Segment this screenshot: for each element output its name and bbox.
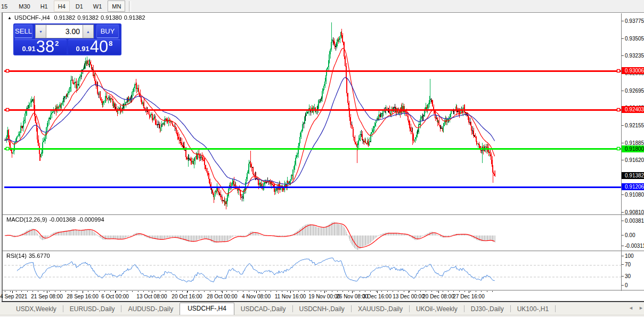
macd-name: MACD(12,26,9) xyxy=(6,216,47,223)
price-tick-label: 0.93505 xyxy=(622,36,644,42)
time-minor-tick xyxy=(337,291,338,292)
time-axis-label: 20 Dec 08:00 xyxy=(422,294,454,299)
chart-tab-usdchf-h4[interactable]: USDCHF-,H4 xyxy=(180,303,234,316)
time-axis-label: 6 Oct 00:00 xyxy=(101,294,129,299)
time-minor-tick xyxy=(265,291,266,292)
price-marker-0.92403: 0.92403 xyxy=(622,106,644,113)
buy-button[interactable]: BUY xyxy=(96,25,119,38)
time-minor-tick xyxy=(182,291,183,292)
time-major-tick xyxy=(377,291,378,293)
chart-tab-uk100-h1[interactable]: UK100-,H1 xyxy=(511,304,555,314)
ohlc-low: 0.91380 xyxy=(101,14,122,21)
time-minor-tick xyxy=(199,291,199,292)
time-axis-label: 28 Sep 16:00 xyxy=(67,294,99,299)
price-tick-label: 0.90810 xyxy=(622,209,644,216)
macd-axis-label: -0.003115 xyxy=(622,243,644,249)
timeframe-button-mn[interactable]: MN xyxy=(108,1,125,12)
ohlc-close: 0.91382 xyxy=(124,14,145,21)
tab-scroll-right-icon[interactable]: ► xyxy=(639,305,643,311)
time-minor-tick xyxy=(221,291,222,292)
time-minor-tick xyxy=(171,291,172,292)
time-minor-tick xyxy=(238,291,238,292)
pane-divider-macd[interactable] xyxy=(3,214,644,215)
buy-price-display[interactable]: 0.91408 xyxy=(68,39,120,54)
time-major-tick xyxy=(469,291,469,293)
time-minor-tick xyxy=(360,291,360,292)
time-minor-tick xyxy=(93,291,94,292)
time-major-tick xyxy=(409,291,409,293)
chart-tab-dj30-daily[interactable]: DJ30-,Daily xyxy=(464,304,510,314)
macd-axis-label: 0.003811 xyxy=(622,218,644,224)
time-axis-label: 13 Dec 00:00 xyxy=(393,294,425,299)
time-axis-label: 19 Nov 00:00 xyxy=(308,294,340,299)
rsi-name: RSI(14) xyxy=(6,253,27,259)
timeframe-button-m30[interactable]: M30 xyxy=(14,1,34,12)
chart-tab-audusd-daily[interactable]: AUDUSD-,Daily xyxy=(121,304,180,314)
time-minor-tick xyxy=(370,291,371,292)
price-tick-label: 0.92695 xyxy=(622,88,644,94)
timeframe-button-w1[interactable]: W1 xyxy=(89,1,107,12)
time-minor-tick xyxy=(249,291,249,292)
ohlc-open: 0.91382 xyxy=(54,14,76,21)
time-axis[interactable]: 14 Sep 202121 Sep 08:0028 Sep 16:006 Oct… xyxy=(3,291,644,301)
time-minor-tick xyxy=(49,291,50,292)
time-minor-tick xyxy=(343,291,343,292)
chart-tab-usdx-weekly[interactable]: USDX,Weekly xyxy=(10,304,63,314)
time-axis-label: 27 Dec 16:00 xyxy=(453,294,485,299)
chart-tab-usdcad-daily[interactable]: USDCAD-,Daily xyxy=(234,304,292,314)
time-major-tick xyxy=(187,291,188,293)
tab-scroll-left-icon[interactable]: ◄ xyxy=(629,305,633,311)
time-minor-tick xyxy=(470,291,471,292)
timeframe-button-h4[interactable]: H4 xyxy=(54,1,70,12)
volume-decrease-button[interactable]: ▼ xyxy=(35,25,46,38)
price-marker-0.91382: 0.91382 xyxy=(622,172,644,179)
collapse-trade-panel-icon[interactable]: ▲ xyxy=(7,15,12,20)
time-minor-tick xyxy=(10,291,11,292)
time-minor-tick xyxy=(426,291,426,292)
time-minor-tick xyxy=(88,291,88,292)
time-minor-tick xyxy=(259,291,260,292)
time-minor-tick xyxy=(32,291,33,292)
time-minor-tick xyxy=(71,291,72,292)
timeframe-button-15[interactable]: 15 xyxy=(0,1,12,12)
volume-increase-button[interactable]: ▲ xyxy=(83,25,94,38)
time-minor-tick xyxy=(77,291,77,292)
time-axis-label: 11 Nov 16:00 xyxy=(275,294,306,299)
time-major-tick xyxy=(12,291,13,293)
time-minor-tick xyxy=(481,291,482,292)
time-minor-tick xyxy=(149,291,149,292)
mt4-terminal-window: 15M30H1H4D1W1MN ▲USDCHF-,H40.913820.9138… xyxy=(0,0,644,317)
volume-input[interactable] xyxy=(46,25,83,38)
time-minor-tick xyxy=(431,291,432,292)
time-major-tick xyxy=(438,291,439,293)
time-minor-tick xyxy=(193,291,194,292)
time-minor-tick xyxy=(354,291,354,292)
price-tick-label: 0.92155 xyxy=(622,123,644,129)
time-axis-label: 3 Dec 16:00 xyxy=(363,294,392,299)
sell-price-display[interactable]: 0.91382 xyxy=(14,39,67,54)
time-minor-tick xyxy=(127,291,127,292)
chart-tab-eurusd-daily[interactable]: EURUSD-,Daily xyxy=(63,304,121,314)
time-minor-tick xyxy=(66,291,66,292)
chart-tab-ukoil-weekly[interactable]: UKOil-,Weekly xyxy=(410,304,464,314)
pane-divider-rsi[interactable] xyxy=(3,250,644,251)
time-minor-tick xyxy=(443,291,443,292)
time-minor-tick xyxy=(116,291,116,292)
chart-tab-xauusd-daily[interactable]: XAUUSD-,Daily xyxy=(352,304,409,314)
time-major-tick xyxy=(152,291,152,293)
timeframe-button-h1[interactable]: H1 xyxy=(36,1,52,12)
time-minor-tick xyxy=(326,291,327,292)
time-minor-tick xyxy=(437,291,437,292)
chart-tab-usdcnh-daily[interactable]: USDCNH-,Daily xyxy=(293,304,351,314)
time-minor-tick xyxy=(55,291,55,292)
timeframe-button-d1[interactable]: D1 xyxy=(71,1,87,12)
time-minor-tick xyxy=(459,291,460,292)
rsi-value: 35.6770 xyxy=(29,253,50,259)
time-minor-tick xyxy=(226,291,227,292)
rsi-indicator-canvas[interactable] xyxy=(4,251,621,290)
time-minor-tick xyxy=(271,291,271,292)
sell-button[interactable]: SELL xyxy=(14,25,32,38)
price-marker-0.91800: 0.91800 xyxy=(622,145,644,152)
macd-label: MACD(12,26,9)-0.001368-0.000994 xyxy=(6,216,107,223)
time-minor-tick xyxy=(38,291,38,292)
